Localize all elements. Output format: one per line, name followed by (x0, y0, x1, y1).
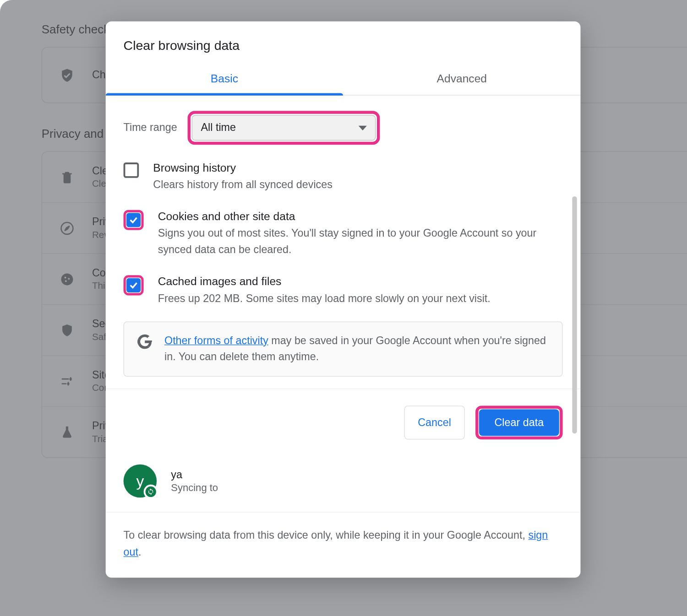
sync-account-row: y ya Syncing to (106, 453, 581, 503)
option-title: Cookies and other site data (158, 210, 563, 223)
time-range-highlight: All time (188, 111, 380, 145)
google-activity-text: Other forms of activity may be saved in … (164, 332, 549, 365)
dialog-tabs: Basic Advanced (106, 64, 581, 96)
checkbox-cache[interactable] (126, 278, 141, 292)
clear-browsing-data-dialog: Clear browsing data Basic Advanced Time … (106, 22, 581, 578)
sync-badge-icon (144, 485, 158, 499)
time-range-value: All time (201, 122, 236, 134)
sync-account-status: Syncing to (171, 482, 218, 494)
tab-basic[interactable]: Basic (106, 64, 343, 95)
option-cookies: Cookies and other site dataSigns you out… (124, 199, 563, 264)
time-range-label: Time range (124, 122, 177, 134)
cancel-button[interactable]: Cancel (404, 406, 464, 440)
clear-data-button[interactable]: Clear data (479, 410, 559, 436)
sync-account-name: ya (171, 469, 218, 481)
option-history: Browsing historyClears history from all … (124, 151, 563, 199)
checkbox-history[interactable] (124, 162, 139, 178)
tab-advanced[interactable]: Advanced (343, 64, 580, 95)
avatar-letter: y (136, 472, 144, 490)
dialog-title: Clear browsing data (106, 22, 581, 64)
option-title: Browsing history (153, 162, 562, 175)
dialog-scrollbar[interactable] (572, 196, 577, 433)
checkbox-highlight (124, 275, 144, 295)
time-range-dropdown[interactable]: All time (192, 115, 376, 140)
checkbox-cookies[interactable] (126, 213, 141, 227)
avatar: y (124, 465, 157, 498)
option-title: Cached images and files (158, 275, 563, 288)
signout-hint: To clear browsing data from this device … (106, 512, 581, 578)
option-subtitle: Signs you out of most sites. You'll stay… (158, 225, 563, 258)
chevron-down-icon (359, 125, 367, 130)
other-activity-link[interactable]: Other forms of activity (164, 334, 268, 346)
google-logo-icon (137, 334, 153, 351)
clear-data-highlight: Clear data (475, 406, 563, 440)
option-cache: Cached images and filesFrees up 202 MB. … (124, 265, 563, 313)
google-activity-info: Other forms of activity may be saved in … (124, 321, 563, 377)
option-subtitle: Clears history from all synced devices (153, 177, 562, 193)
checkbox-highlight (124, 210, 144, 230)
option-subtitle: Frees up 202 MB. Some sites may load mor… (158, 291, 563, 307)
